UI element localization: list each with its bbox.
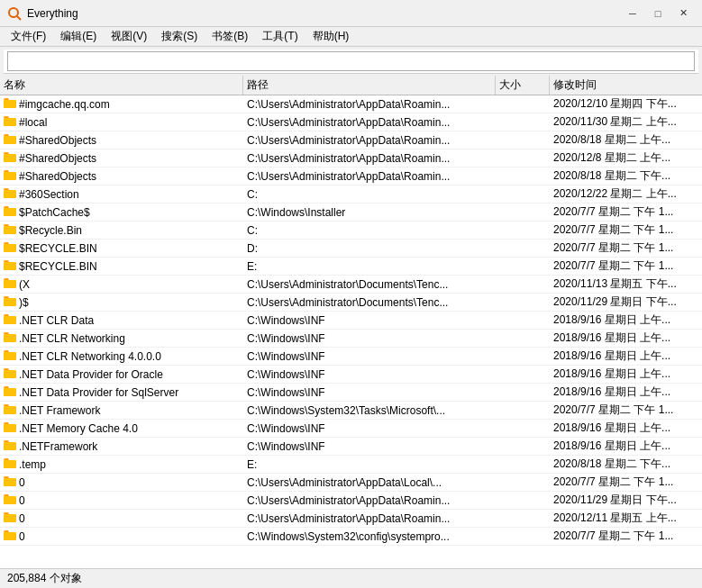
svg-point-0 <box>9 8 18 17</box>
folder-icon <box>4 169 16 183</box>
table-row[interactable]: .NET Data Provider for OracleC:\Windows\… <box>0 366 702 384</box>
cell-path: C:\Windows\INF <box>243 331 496 346</box>
cell-path: D: <box>243 241 496 256</box>
column-path[interactable]: 路径 <box>243 76 496 95</box>
column-size[interactable]: 大小 <box>496 76 550 95</box>
cell-size <box>496 284 550 285</box>
table-row[interactable]: .NET CLR DataC:\Windows\INF2018/9/16 星期日… <box>0 312 702 330</box>
minimize-button[interactable]: ─ <box>621 5 644 23</box>
cell-size <box>496 248 550 249</box>
svg-rect-21 <box>4 442 16 450</box>
file-name: .NET CLR Networking <box>19 332 125 345</box>
cell-modified: 2020/7/7 星期二 下午 1... <box>550 222 702 239</box>
file-name: $Recycle.Bin <box>19 224 82 237</box>
table-row[interactable]: #SharedObjectsC:\Users\Administrator\App… <box>0 131 702 149</box>
cell-modified: 2020/7/7 星期二 下午 1... <box>550 528 702 545</box>
cell-modified: 2018/9/16 星期日 上午... <box>550 438 702 455</box>
cell-modified: 2020/8/18 星期二 下午... <box>550 456 702 473</box>
cell-modified: 2018/9/16 星期日 上午... <box>550 348 702 365</box>
cell-size <box>496 104 550 105</box>
table-row[interactable]: .NET CLR Networking 4.0.0.0C:\Windows\IN… <box>0 348 702 366</box>
svg-rect-19 <box>4 406 16 414</box>
table-row[interactable]: .NET Data Provider for SqlServerC:\Windo… <box>0 384 702 402</box>
cell-path: C:\Windows\INF <box>243 313 496 328</box>
table-row[interactable]: $RECYCLE.BINE:2020/7/7 星期二 下午 1... <box>0 258 702 276</box>
menu-item[interactable]: 视图(V) <box>104 27 154 46</box>
cell-path: C:\Windows\INF <box>243 349 496 364</box>
cell-name: $Recycle.Bin <box>0 222 243 238</box>
table-row[interactable]: )$C:\Users\Administrator\Documents\Tenc.… <box>0 294 702 312</box>
cell-path: C:\Windows\INF <box>243 367 496 382</box>
cell-path: C:\Users\Administrator\AppData\Roamin... <box>243 169 496 184</box>
cell-name: 0 <box>0 475 243 490</box>
table-row[interactable]: .NET CLR NetworkingC:\Windows\INF2018/9/… <box>0 330 702 348</box>
menu-item[interactable]: 编辑(E) <box>53 27 104 46</box>
folder-icon <box>4 403 16 417</box>
cell-name: 0 <box>0 493 243 508</box>
column-name[interactable]: 名称 <box>0 76 243 95</box>
table-row[interactable]: 0C:\Users\Administrator\AppData\Roamin..… <box>0 492 702 510</box>
svg-rect-18 <box>4 388 16 396</box>
cell-modified: 2020/11/29 星期日 下午... <box>550 492 702 509</box>
table-row[interactable]: .NET FrameworkC:\Windows\System32\Tasks\… <box>0 402 702 420</box>
svg-rect-8 <box>4 208 16 216</box>
cell-name: #imgcache.qq.com <box>0 96 243 112</box>
maximize-button[interactable]: □ <box>646 5 670 23</box>
search-input[interactable] <box>7 51 695 71</box>
app-icon <box>7 6 22 21</box>
file-name: 0 <box>19 512 25 525</box>
cell-modified: 2020/12/11 星期五 上午... <box>550 510 702 527</box>
table-row[interactable]: $RECYCLE.BIND:2020/7/7 星期二 下午 1... <box>0 240 702 258</box>
file-name: 0 <box>19 476 25 489</box>
table-row[interactable]: .NETFrameworkC:\Windows\INF2018/9/16 星期日… <box>0 438 702 456</box>
menu-item[interactable]: 帮助(H) <box>305 27 357 46</box>
list-body[interactable]: #imgcache.qq.comC:\Users\Administrator\A… <box>0 95 702 568</box>
table-row[interactable]: #SharedObjectsC:\Users\Administrator\App… <box>0 149 702 167</box>
cell-name: )$ <box>0 294 243 310</box>
folder-icon <box>4 349 16 363</box>
table-row[interactable]: (XC:\Users\Administrator\Documents\Tenc.… <box>0 276 702 294</box>
cell-name: .NET CLR Data <box>0 312 243 328</box>
table-row[interactable]: 0C:\Users\Administrator\AppData\Local\..… <box>0 474 702 492</box>
menu-item[interactable]: 文件(F) <box>4 27 53 46</box>
menu-item[interactable]: 搜索(S) <box>154 27 205 46</box>
table-row[interactable]: .NET Memory Cache 4.0C:\Windows\INF2018/… <box>0 420 702 438</box>
column-modified[interactable]: 修改时间 <box>550 76 702 95</box>
file-name: .NET Data Provider for Oracle <box>19 368 163 381</box>
table-row[interactable]: $PatchCache$C:\Windows\Installer2020/7/7… <box>0 204 702 222</box>
cell-path: E: <box>243 457 496 472</box>
svg-rect-20 <box>4 424 16 432</box>
menu-item[interactable]: 工具(T) <box>255 27 305 46</box>
cell-modified: 2018/9/16 星期日 上午... <box>550 384 702 401</box>
table-row[interactable]: #imgcache.qq.comC:\Users\Administrator\A… <box>0 95 702 113</box>
folder-icon <box>4 475 16 489</box>
folder-icon <box>4 133 16 147</box>
menu-item[interactable]: 书签(B) <box>205 27 255 46</box>
status-bar: 205,884 个对象 <box>0 568 702 588</box>
cell-size <box>496 320 550 321</box>
table-row[interactable]: .tempE:2020/8/18 星期二 下午... <box>0 456 702 474</box>
folder-icon <box>4 493 16 507</box>
file-name: .NET Framework <box>19 404 100 417</box>
cell-name: #SharedObjects <box>0 168 243 184</box>
svg-rect-24 <box>4 496 16 504</box>
table-row[interactable]: #localC:\Users\Administrator\AppData\Roa… <box>0 113 702 131</box>
cell-path: C:\Windows\Installer <box>243 205 496 220</box>
close-button[interactable]: ✕ <box>671 5 695 23</box>
cell-size <box>496 266 550 267</box>
menu-bar: 文件(F)编辑(E)视图(V)搜索(S)书签(B)工具(T)帮助(H) <box>0 27 702 47</box>
title-bar: Everything ─ □ ✕ <box>0 0 702 27</box>
cell-path: C:\Users\Administrator\AppData\Roamin... <box>243 151 496 166</box>
file-name: #SharedObjects <box>19 152 96 165</box>
table-row[interactable]: #SharedObjectsC:\Users\Administrator\App… <box>0 167 702 185</box>
table-row[interactable]: 0C:\Windows\System32\config\systempro...… <box>0 528 702 546</box>
cell-size <box>496 122 550 123</box>
folder-icon <box>4 205 16 219</box>
table-row[interactable]: $Recycle.BinC:2020/7/7 星期二 下午 1... <box>0 222 702 240</box>
folder-icon <box>4 457 16 471</box>
cell-modified: 2018/9/16 星期日 上午... <box>550 366 702 383</box>
cell-size <box>496 230 550 231</box>
table-row[interactable]: 0C:\Users\Administrator\AppData\Roamin..… <box>0 510 702 528</box>
file-name: .NET CLR Networking 4.0.0.0 <box>19 350 161 363</box>
table-row[interactable]: #360SectionC:2020/12/22 星期二 上午... <box>0 185 702 204</box>
